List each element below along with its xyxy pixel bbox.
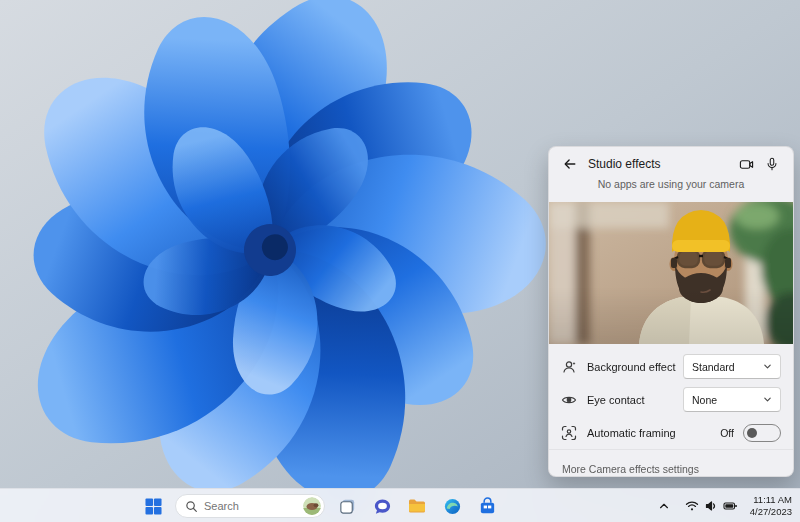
tray-date: 4/27/2023 [750, 506, 792, 518]
start-button[interactable] [140, 493, 166, 519]
row-label: Automatic framing [587, 427, 720, 439]
camera-icon[interactable] [738, 156, 754, 172]
automatic-framing-toggle[interactable] [743, 424, 781, 442]
taskbar: 11:11 AM 4/27/2023 [0, 488, 800, 522]
microphone-icon[interactable] [764, 156, 780, 172]
automatic-framing-icon [561, 425, 577, 441]
start-icon [145, 498, 162, 515]
search-icon [185, 500, 198, 513]
flyout-header: Studio effects [549, 147, 793, 176]
camera-status-text: No apps are using your camera [549, 178, 793, 190]
dropdown-value: Standard [692, 361, 735, 373]
clock[interactable]: 11:11 AM 4/27/2023 [750, 494, 792, 518]
more-camera-settings-link[interactable]: More Camera effects settings [562, 463, 699, 475]
chat-icon[interactable] [369, 493, 395, 519]
desktop: Studio effects No apps are using your ca… [0, 0, 800, 522]
toggle-knob [747, 428, 757, 438]
chevron-up-icon[interactable] [655, 498, 673, 514]
file-explorer-icon[interactable] [404, 493, 430, 519]
toggle-state-label: Off [720, 427, 734, 439]
row-background-effect: Background effect Standard [549, 350, 793, 383]
chevron-down-icon [763, 395, 772, 404]
wifi-icon [685, 499, 699, 513]
edge-icon[interactable] [439, 493, 465, 519]
chevron-down-icon [763, 362, 772, 371]
flyout-title: Studio effects [588, 157, 661, 171]
background-effect-icon [561, 359, 577, 375]
camera-preview [549, 202, 794, 344]
store-icon[interactable] [474, 493, 500, 519]
system-tray: 11:11 AM 4/27/2023 [655, 489, 792, 522]
volume-icon [704, 499, 718, 513]
task-view-icon[interactable] [334, 493, 360, 519]
automatic-framing-control: Off [720, 424, 781, 442]
row-automatic-framing: Automatic framing Off [549, 416, 793, 449]
back-arrow-icon[interactable] [562, 156, 578, 172]
search-box[interactable] [175, 494, 325, 518]
search-highlight-image[interactable] [303, 497, 321, 515]
eye-contact-icon [561, 392, 577, 408]
tray-status-icons[interactable] [682, 497, 741, 515]
taskbar-center-group [140, 489, 500, 522]
row-label: Eye contact [587, 394, 683, 406]
background-effect-dropdown[interactable]: Standard [683, 354, 781, 379]
eye-contact-dropdown[interactable]: None [683, 387, 781, 412]
battery-icon [723, 499, 738, 513]
dropdown-value: None [692, 394, 717, 406]
studio-effects-flyout: Studio effects No apps are using your ca… [548, 146, 794, 477]
camera-preview-image [549, 202, 794, 344]
search-input[interactable] [204, 500, 288, 512]
row-label: Background effect [587, 361, 683, 373]
tray-time: 11:11 AM [750, 494, 792, 506]
settings-rows: Background effect Standard Eye contact N… [549, 344, 793, 449]
row-eye-contact: Eye contact None [549, 383, 793, 416]
flyout-footer: More Camera effects settings [549, 449, 793, 477]
